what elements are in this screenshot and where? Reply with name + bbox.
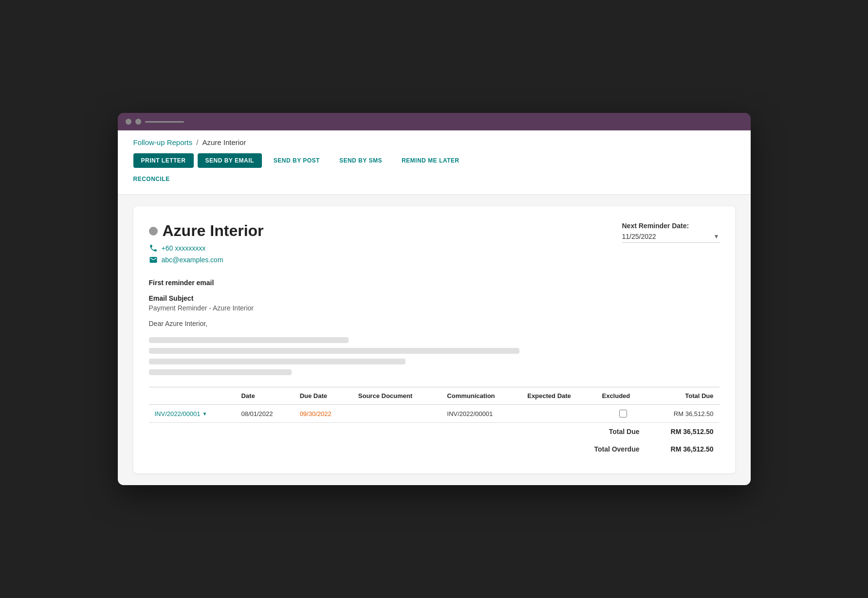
col-header-communication: Communication [441,387,521,405]
phone-icon [149,244,158,253]
total-due-row: Total Due RM 36,512.50 [149,423,720,440]
total-overdue-label: Total Overdue [581,445,640,453]
total-due-value: RM 36,512.50 [655,428,714,435]
col-header-due-date: Due Date [294,387,352,405]
company-name: Azure Interior [163,222,264,240]
chevron-down-icon: ▼ [714,233,720,240]
reminder-label: Next Reminder Date: [622,222,720,230]
email-value: abc@examples.com [162,256,223,264]
total-overdue-value: RM 36,512.50 [655,445,714,453]
company-info: Azure Interior +60 xxxxxxxxx [149,222,264,267]
send-by-email-button[interactable]: SEND BY EMAIL [198,153,262,168]
main-card: Azure Interior +60 xxxxxxxxx [133,206,735,473]
reminder-type: First reminder email [149,279,720,287]
col-header-excluded: Excluded [596,387,649,405]
invoice-due-date: 09/30/2022 [294,405,352,423]
table-row: INV/2022/00001 ▼ 08/01/2022 09/30/2022 I… [149,405,720,423]
total-due-label: Total Due [581,428,640,435]
email-subject-label: Email Subject [149,294,720,302]
reminder-date-value: 11/25/2022 [622,233,710,240]
invoice-expected-date [521,405,596,423]
breadcrumb-separator: / [196,138,198,146]
reconcile-button[interactable]: RECONCILE [133,172,178,186]
placeholder-line-3 [149,359,406,364]
excluded-checkbox-wrapper [602,410,644,417]
company-header: Azure Interior +60 xxxxxxxxx [149,222,720,267]
email-greeting: Dear Azure Interior, [149,320,720,327]
invoice-date: 08/01/2022 [235,405,294,423]
invoice-number: INV/2022/00001 [155,410,201,417]
main-content: Azure Interior +60 xxxxxxxxx [118,195,751,485]
placeholder-line-4 [149,369,292,375]
window-dot-1 [126,119,131,125]
reminder-date-selector[interactable]: 11/25/2022 ▼ [622,233,720,243]
titlebar [118,113,751,130]
table-header-row: Date Due Date Source Document Communicat… [149,387,720,405]
send-by-sms-button[interactable]: SEND BY SMS [332,153,390,168]
placeholder-lines [149,337,720,375]
invoice-excluded-cell [596,405,649,423]
header-section: Follow-up Reports / Azure Interior PRINT… [118,130,751,195]
remind-me-later-button[interactable]: REMIND ME LATER [394,153,467,168]
total-overdue-row: Total Overdue RM 36,512.50 [149,440,720,458]
invoices-table: Date Due Date Source Document Communicat… [149,387,720,422]
app-window: Follow-up Reports / Azure Interior PRINT… [118,113,751,485]
dropdown-chevron-icon: ▼ [202,411,207,417]
invoice-link-cell: INV/2022/00001 ▼ [149,405,236,423]
col-header-source-document: Source Document [352,387,441,405]
excluded-checkbox[interactable] [619,410,627,417]
email-row: abc@examples.com [149,255,264,264]
invoice-total-due: RM 36,512.50 [650,405,720,423]
company-name-row: Azure Interior [149,222,264,240]
col-header-expected-date: Expected Date [521,387,596,405]
status-dot [149,227,158,236]
print-letter-button[interactable]: PRINT LETTER [133,153,194,168]
reminder-section: Next Reminder Date: 11/25/2022 ▼ [622,222,720,243]
reconcile-row: RECONCILE [133,172,735,186]
email-subject-value: Payment Reminder - Azure Interior [149,304,720,312]
action-buttons: PRINT LETTER SEND BY EMAIL SEND BY POST … [133,153,735,168]
email-section: First reminder email Email Subject Payme… [149,279,720,375]
breadcrumb: Follow-up Reports / Azure Interior [133,138,735,146]
invoice-source-document [352,405,441,423]
window-dot-2 [135,119,141,125]
placeholder-line-2 [149,348,520,354]
email-icon [149,255,158,264]
send-by-post-button[interactable]: SEND BY POST [266,153,328,168]
invoice-link[interactable]: INV/2022/00001 ▼ [155,410,230,417]
titlebar-line [145,121,184,123]
col-header-date: Date [235,387,294,405]
window-body: Follow-up Reports / Azure Interior PRINT… [118,130,751,485]
totals-section: Total Due RM 36,512.50 Total Overdue RM … [149,422,720,458]
invoice-communication: INV/2022/00001 [441,405,521,423]
phone-value: +60 xxxxxxxxx [162,244,206,252]
placeholder-line-1 [149,337,349,343]
col-header-total-due: Total Due [650,387,720,405]
breadcrumb-parent[interactable]: Follow-up Reports [133,138,193,146]
breadcrumb-current: Azure Interior [202,138,246,146]
col-header-empty [149,387,236,405]
table-section: Date Due Date Source Document Communicat… [149,387,720,458]
phone-row: +60 xxxxxxxxx [149,244,264,253]
